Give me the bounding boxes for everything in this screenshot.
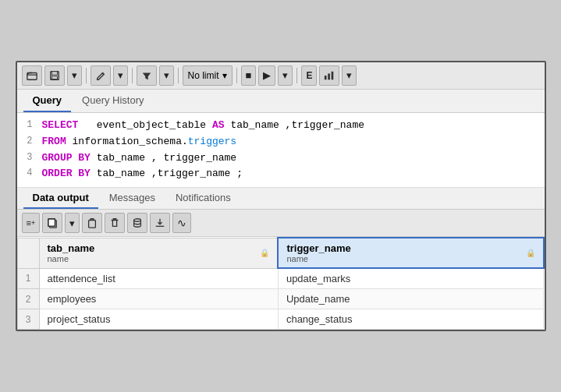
chart-data-button[interactable]: ∿ bbox=[172, 213, 191, 233]
svg-point-11 bbox=[134, 219, 141, 222]
explain-button[interactable]: E bbox=[301, 65, 317, 86]
lock-icon-trigger-name: 🔒 bbox=[526, 249, 535, 257]
chart-button[interactable] bbox=[319, 65, 339, 86]
row-num-2: 2 bbox=[17, 289, 39, 309]
add-row-button[interactable]: ≡+ bbox=[22, 213, 41, 233]
edit-button[interactable] bbox=[91, 65, 111, 86]
line-number-2: 2 bbox=[17, 134, 42, 149]
row-num-1: 1 bbox=[17, 268, 39, 289]
svg-rect-4 bbox=[325, 76, 327, 79]
table-row: 3 project_status change_status bbox=[17, 309, 544, 330]
limit-label: No limit bbox=[188, 70, 219, 81]
run-button[interactable]: ▶ bbox=[258, 65, 275, 86]
kw-select: SELECT bbox=[42, 119, 79, 131]
data-table-wrapper: tab_name name 🔒 trigger_name name bbox=[17, 237, 545, 330]
svg-rect-10 bbox=[89, 221, 96, 228]
results-table: tab_name name 🔒 trigger_name name bbox=[17, 237, 545, 330]
save-dropdown-button[interactable]: ▾ bbox=[67, 65, 82, 86]
kw-from: FROM bbox=[42, 136, 66, 147]
kw-orderby: ORDER BY bbox=[42, 168, 91, 179]
svg-rect-2 bbox=[51, 72, 57, 75]
main-window: ▾ ▾ ▾ No limit ▾ ■ ▶ ▾ E bbox=[16, 61, 546, 331]
separator-1 bbox=[86, 68, 87, 83]
cell-tab-name-1: attendence_list bbox=[39, 268, 278, 289]
tab-query-history[interactable]: Query History bbox=[73, 90, 153, 112]
line-number-3: 3 bbox=[17, 150, 42, 165]
col-header-trigger-name[interactable]: trigger_name name 🔒 bbox=[278, 238, 543, 268]
code-line-4: 4 ORDER BY tab_name ,trigger_name ; bbox=[17, 166, 545, 182]
delete-button[interactable] bbox=[105, 213, 125, 233]
copy-dropdown-button[interactable]: ▾ bbox=[65, 213, 80, 233]
lock-icon-tab-name: 🔒 bbox=[260, 249, 269, 257]
table-row: 2 employees Update_name bbox=[17, 289, 544, 309]
cell-trigger-name-3: change_status bbox=[278, 309, 543, 330]
paste-button[interactable] bbox=[82, 213, 102, 233]
separator-4 bbox=[236, 68, 237, 83]
separator-5 bbox=[296, 68, 297, 83]
copy-button[interactable] bbox=[42, 213, 62, 233]
more-button[interactable]: ▾ bbox=[342, 65, 357, 86]
separator-3 bbox=[178, 68, 179, 83]
row-num-3: 3 bbox=[17, 309, 39, 330]
cell-tab-name-3: project_status bbox=[39, 309, 278, 330]
code-line-2: 2 FROM information_schema.triggers bbox=[17, 134, 545, 150]
table-body: 1 attendence_list update_marks 2 employe… bbox=[17, 268, 544, 330]
sql-editor[interactable]: 1 SELECT event_object_table AS tab_name … bbox=[17, 113, 545, 188]
stop-button[interactable]: ■ bbox=[241, 65, 257, 86]
col-name-trigger-name: trigger_name bbox=[286, 242, 350, 254]
svg-rect-8 bbox=[48, 219, 55, 227]
run-dropdown-button[interactable]: ▾ bbox=[278, 65, 293, 86]
col-type-tab-name: name bbox=[48, 254, 95, 263]
db-save-button[interactable] bbox=[127, 213, 147, 233]
col-name-tab-name: tab_name bbox=[48, 242, 95, 254]
kw-groupby: GROUP BY bbox=[42, 152, 91, 164]
tab-messages[interactable]: Messages bbox=[100, 188, 165, 209]
svg-rect-6 bbox=[332, 72, 334, 80]
table-header-row: tab_name name 🔒 trigger_name name bbox=[17, 238, 544, 268]
query-tab-bar: Query Query History bbox=[17, 90, 545, 113]
filter-dropdown-button[interactable]: ▾ bbox=[159, 65, 174, 86]
table-row: 1 attendence_list update_marks bbox=[17, 268, 544, 289]
row-number-header bbox=[17, 238, 39, 268]
tab-data-output[interactable]: Data output bbox=[23, 188, 98, 209]
save-button[interactable] bbox=[44, 65, 65, 86]
cell-tab-name-2: employees bbox=[39, 289, 278, 309]
line-number-4: 4 bbox=[17, 166, 42, 181]
edit-dropdown-button[interactable]: ▾ bbox=[113, 65, 128, 86]
limit-chevron-icon: ▾ bbox=[222, 70, 227, 81]
output-tab-bar: Data output Messages Notifications bbox=[17, 188, 545, 210]
download-button[interactable] bbox=[150, 213, 170, 233]
cell-trigger-name-2: Update_name bbox=[278, 289, 543, 309]
open-folder-button[interactable] bbox=[22, 65, 42, 86]
col-type-trigger-name: name bbox=[286, 254, 350, 263]
filter-button[interactable] bbox=[137, 65, 157, 86]
svg-rect-5 bbox=[328, 73, 331, 79]
cell-trigger-name-1: update_marks bbox=[278, 268, 543, 289]
code-line-3: 3 GROUP BY tab_name , trigger_name bbox=[17, 150, 545, 167]
tab-query[interactable]: Query bbox=[23, 90, 72, 112]
separator-2 bbox=[132, 68, 133, 83]
col-header-tab-name[interactable]: tab_name name 🔒 bbox=[39, 238, 278, 268]
main-toolbar: ▾ ▾ ▾ No limit ▾ ■ ▶ ▾ E bbox=[17, 62, 545, 90]
tab-notifications[interactable]: Notifications bbox=[166, 188, 240, 209]
svg-rect-3 bbox=[51, 76, 57, 79]
code-line-1: 1 SELECT event_object_table AS tab_name … bbox=[17, 118, 545, 134]
limit-dropdown[interactable]: No limit ▾ bbox=[183, 65, 233, 86]
line-number-1: 1 bbox=[17, 118, 42, 132]
data-toolbar: ≡+ ▾ bbox=[17, 210, 545, 237]
